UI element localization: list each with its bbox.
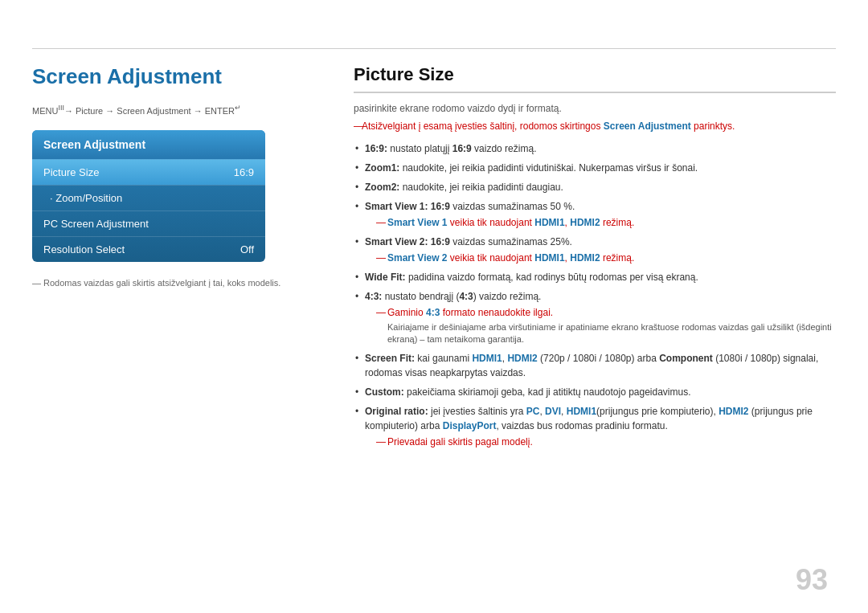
item-bold: 16:9: — [365, 143, 387, 154]
sub-indent: Kairiajame ir dešiniajame arba viršutini… — [365, 321, 836, 346]
sub-note: Smart View 1 veikia tik naudojant HDMI1,… — [365, 215, 836, 230]
item-bold: Zoom2: — [365, 182, 399, 193]
panel-item-label: · Zoom/Position — [50, 192, 122, 204]
breadcrumb: MENUIII→ Picture → Screen Adjustment → E… — [32, 104, 321, 116]
left-column: Screen Adjustment MENUIII→ Picture → Scr… — [32, 64, 321, 288]
item-bold: Screen Fit: — [365, 353, 415, 364]
list-item: Screen Fit: kai gaunami HDMI1, HDMI2 (72… — [354, 351, 836, 380]
list-item: Wide Fit: padidina vaizdo formatą, kad r… — [354, 270, 836, 284]
list-item: 4:3: nustato bendrąjį (4:3) vaizdo režim… — [354, 289, 836, 346]
intro-text: pasirinkite ekrane rodomo vaizdo dydį ir… — [354, 103, 836, 114]
list-item: Smart View 2: 16:9 vaizdas sumažinamas 2… — [354, 235, 836, 265]
left-footnote: Rodomas vaizdas gali skirtis atsižvelgia… — [32, 278, 321, 288]
item-bold: Wide Fit: — [365, 272, 406, 283]
item-bold: Smart View 2: 16:9 — [365, 236, 450, 247]
list-item: Zoom2: naudokite, jei reikia padidinti d… — [354, 180, 836, 194]
screen-adjustment-panel: Screen Adjustment Picture Size 16:9 · Zo… — [32, 130, 265, 262]
highlight-bold: Screen Adjustment — [604, 121, 691, 132]
panel-item-label: Resolution Select — [43, 243, 125, 255]
panel-item-resolution-select[interactable]: Resolution Select Off — [32, 236, 265, 262]
list-item: Custom: pakeičiama skiriamoji geba, kad … — [354, 385, 836, 399]
panel-item-value: 16:9 — [234, 166, 254, 178]
right-title: Picture Size — [354, 64, 836, 93]
list-item: Original ratio: jei įvesties šaltinis yr… — [354, 404, 836, 449]
item-bold: Original ratio: — [365, 406, 428, 417]
item-bold: 4:3: — [365, 291, 382, 302]
list-item: Smart View 1: 16:9 vaizdas sumažinamas 5… — [354, 199, 836, 230]
breadcrumb-text: MENUIII→ Picture → Screen Adjustment → E… — [32, 106, 241, 116]
section-title: Screen Adjustment — [32, 64, 321, 89]
sub-note: Smart View 2 veikia tik naudojant HDMI1,… — [365, 251, 836, 265]
item-bold: Custom: — [365, 386, 404, 398]
panel-item-zoom-position[interactable]: · Zoom/Position — [32, 185, 265, 210]
panel-item-label: Picture Size — [43, 166, 99, 178]
highlight-note: Atsižvelgiant į esamą įvesties šaltinį, … — [354, 121, 836, 132]
sub-note: Prievadai gali skirtis pagal modelį. — [365, 435, 836, 449]
sub-note: Gaminio 4:3 formato nenaudokite ilgai. — [365, 305, 836, 320]
item-bold: Zoom1: — [365, 162, 399, 174]
page-number: 93 — [796, 563, 828, 597]
list-item: Zoom1: naudokite, jei reikia padidinti v… — [354, 161, 836, 175]
list-item: 16:9: nustato platųjį 16:9 vaizdo režimą… — [354, 141, 836, 156]
panel-item-label: PC Screen Adjustment — [43, 218, 149, 230]
top-divider — [32, 48, 836, 49]
panel-item-picture-size[interactable]: Picture Size 16:9 — [32, 159, 265, 185]
panel-item-pc-screen[interactable]: PC Screen Adjustment — [32, 210, 265, 236]
right-column: Picture Size pasirinkite ekrane rodomo v… — [354, 64, 836, 454]
panel-title: Screen Adjustment — [32, 130, 265, 159]
panel-item-value: Off — [240, 243, 254, 255]
content-list: 16:9: nustato platųjį 16:9 vaizdo režimą… — [354, 141, 836, 449]
item-bold: Smart View 1: 16:9 — [365, 201, 450, 212]
